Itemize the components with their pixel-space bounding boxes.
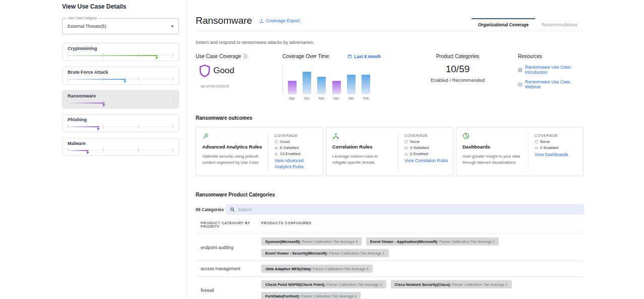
shield-status-icon — [535, 140, 538, 144]
table-header-row: PRODUCT CATEGORY BY PRIORITY PRODUCTS CO… — [196, 221, 584, 233]
outcome-card-link[interactable]: View Dashboards — [535, 152, 579, 158]
use-case-name: Brute Force Attack — [68, 70, 173, 75]
analytics-rules-icon — [202, 132, 263, 139]
outcome-card-link[interactable]: View Advanced Analytics Rules — [274, 158, 319, 170]
coverage-item: 13 Enabled — [274, 152, 319, 156]
product-chip: Check Point NGFW(Check Point): Parser Ca… — [261, 280, 386, 288]
outcome-card-link[interactable]: View Correlation Rules — [404, 158, 449, 164]
coverage-status: Good — [213, 66, 235, 76]
coverage-item-label: 0 Enabled — [410, 152, 428, 156]
outcome-card-title: Advanced Analytics Rules — [202, 144, 263, 150]
slider-progress-line — [68, 55, 158, 56]
info-icon[interactable] — [243, 54, 248, 59]
slider-tick — [138, 77, 139, 81]
chart-bar-dec — [332, 65, 341, 94]
coverage-export-link[interactable]: Coverage Export — [259, 18, 300, 23]
chart-bar-feb — [362, 65, 370, 94]
product-chips: Okta Adaptive MFA(Okta): Parser Calibrat… — [261, 265, 584, 273]
category-name: access management — [201, 266, 261, 271]
tier-status-icon — [535, 146, 538, 150]
calendar-icon — [347, 54, 352, 59]
shield-status-icon — [274, 140, 278, 144]
tab-bar: Organizational CoverageRecommendations — [472, 18, 584, 31]
tab-recommendations[interactable]: Recommendations — [535, 18, 584, 31]
use-case-item[interactable]: Phishing — [62, 114, 179, 132]
coverage-item-label: 13 Enabled — [280, 152, 300, 156]
coverage-item-label: Good — [280, 139, 290, 144]
search-input[interactable] — [238, 207, 580, 212]
coverage-slider — [68, 100, 173, 106]
overview-row: Use Case Coverage Good as of 03/13/2025 … — [196, 54, 584, 100]
search-bar[interactable] — [226, 204, 584, 215]
chart-x-label: Dec — [332, 96, 340, 100]
category-name: endpoint auditing — [201, 245, 261, 250]
coverage-item: 6 Satisfied — [274, 145, 319, 150]
product-chip: FortiGate(Fortinet): Parser Calibration … — [261, 292, 361, 299]
use-case-sidebar: Use Case Category External Threats(5) ▾ … — [62, 18, 179, 162]
slider-tick — [173, 53, 173, 58]
tier-status-icon — [404, 152, 408, 156]
chart-x-label: Sep — [287, 96, 296, 100]
resources-links: Ransomware Use Case: IntroductionRansomw… — [518, 65, 584, 89]
outcome-card-description: Gain greater insight to your data throug… — [462, 154, 523, 165]
table-body: endpoint auditing Sysmon(Microsoft): Par… — [196, 233, 584, 299]
main-panel: Ransomware Coverage Export Organizationa… — [196, 15, 584, 299]
slider-tick — [173, 124, 173, 129]
chart-x-label: Oct — [302, 96, 311, 100]
product-categories-section-title: Ransomware Product Categories — [196, 192, 584, 197]
coverage-item-label: None — [540, 139, 550, 144]
outcomes-section-title: Ransomware outcomes — [196, 115, 584, 121]
product-chip: Event Viewer - Application(Microsoft): P… — [366, 237, 499, 245]
coverage-item: None — [535, 139, 579, 144]
coverage-label: COVERAGE — [404, 133, 449, 138]
resources-title: Resources — [518, 54, 584, 59]
use-case-name: Ransomware — [68, 93, 173, 98]
use-case-item[interactable]: Cryptomining — [62, 43, 179, 61]
chart-x-label: Feb — [362, 96, 370, 100]
outcome-card-title: Dashboards — [462, 144, 523, 150]
video-resource-icon — [518, 82, 522, 87]
slider-progress-line — [68, 126, 99, 127]
coverage-slider — [68, 53, 173, 59]
coverage-bar-chart: SepOctNovDecJanFeb — [282, 65, 373, 100]
table-row: endpoint auditing Sysmon(Microsoft): Par… — [196, 233, 584, 261]
outcome-card-title: Correlation Rules — [332, 144, 393, 150]
coverage-label: COVERAGE — [274, 133, 319, 138]
resource-link[interactable]: Ransomware Use Case: Introduction — [518, 65, 584, 75]
chart-bar-nov — [317, 65, 326, 94]
outcome-card: Dashboards Gain greater insight to your … — [456, 127, 583, 176]
coverage-as-of-date: as of 03/13/2025 — [201, 84, 282, 88]
use-case-list: Cryptomining Brute Force Attack Ransomwa… — [62, 43, 179, 156]
product-chips: Check Point NGFW(Check Point): Parser Ca… — [261, 280, 584, 299]
use-case-item[interactable]: Ransomware — [62, 90, 179, 109]
correlation-rules-icon — [332, 132, 393, 139]
column-header-products: PRODUCTS CONFIGURED — [261, 221, 312, 228]
tier-status-icon — [274, 146, 278, 150]
use-case-item[interactable]: Malware — [62, 138, 179, 156]
tier-status-icon — [404, 146, 408, 150]
slider-tick — [138, 148, 139, 153]
slider-arrow-marker — [87, 151, 89, 154]
coverage-item: 0 Satisfied — [404, 145, 449, 150]
coverage-item-label: None — [410, 139, 420, 144]
use-case-category-select[interactable]: Use Case Category External Threats(5) ▾ — [62, 18, 179, 34]
slider-arrow-marker — [97, 127, 100, 130]
use-case-title: Ransomware — [196, 15, 252, 26]
chart-x-labels: SepOctNovDecJanFeb — [282, 94, 373, 100]
dashboards-icon — [462, 132, 523, 139]
product-chip: Event Viewer - Security(Microsoft): Pars… — [261, 249, 389, 257]
slider-tick — [138, 124, 139, 129]
tab-organizational-coverage[interactable]: Organizational Coverage — [472, 18, 535, 31]
use-case-name: Cryptomining — [68, 46, 173, 51]
slider-tick — [103, 124, 103, 129]
resource-link[interactable]: Ransomware Use Case Webinar — [518, 79, 584, 89]
slider-tick — [173, 101, 173, 105]
sidebar-main-divider — [186, 0, 187, 299]
main-header: Ransomware Coverage Export Organizationa… — [196, 15, 584, 31]
outcome-card: Correlation Rules Leverage custom rules … — [326, 127, 453, 176]
chart-x-label: Jan — [347, 96, 356, 100]
product-categories-block: Product Categories 10/59 Enabled / Recom… — [403, 54, 512, 100]
date-range-button[interactable]: Last 6 month — [347, 54, 381, 59]
coverage-slider — [68, 76, 173, 82]
use-case-item[interactable]: Brute Force Attack — [62, 67, 179, 85]
